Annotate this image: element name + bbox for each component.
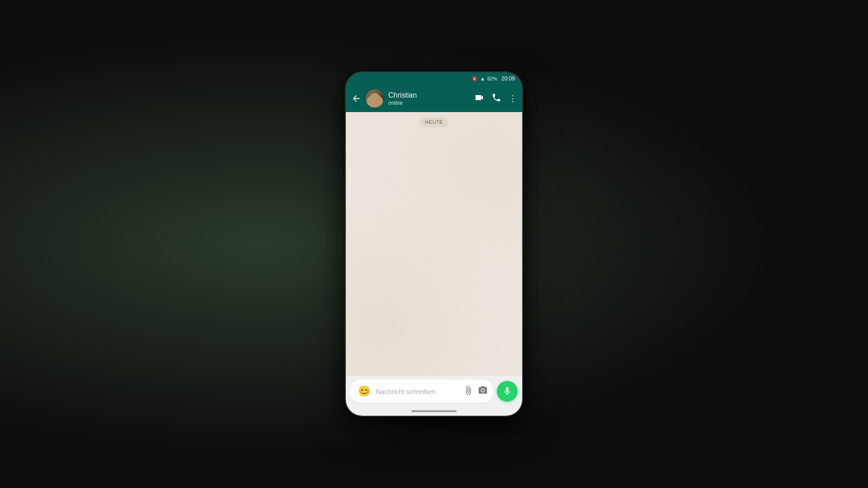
attach-button[interactable] (463, 385, 473, 398)
input-right-icons (463, 385, 488, 398)
input-bar[interactable]: 😊 Nachricht schreiben (346, 376, 522, 407)
avatar (366, 89, 384, 108)
contact-info: Christian online (388, 91, 470, 106)
emoji-button[interactable]: 😊 (356, 383, 372, 399)
video-call-button[interactable] (474, 93, 484, 105)
camera-button[interactable] (478, 385, 488, 398)
back-button[interactable] (351, 94, 361, 103)
status-bar-icons: 🔇 ▲ 62% 20:09 (472, 75, 515, 82)
contact-name: Christian (388, 91, 470, 99)
status-time: 20:09 (501, 75, 515, 82)
more-options-button[interactable]: ⋮ (509, 94, 517, 103)
home-indicator (411, 410, 457, 412)
phone-call-button[interactable] (491, 93, 501, 105)
mic-button[interactable] (497, 381, 518, 402)
battery-percent: 62% (487, 76, 497, 81)
phone-frame: 🔇 ▲ 62% 20:09 Christian online (346, 72, 522, 416)
phone-container: 🔇 ▲ 62% 20:09 Christian online (346, 72, 522, 416)
chat-body: HEUTE (346, 112, 522, 376)
mic-icon (502, 386, 512, 396)
svg-point-0 (481, 389, 484, 392)
header-actions: ⋮ (474, 93, 517, 105)
contact-status: online (388, 100, 470, 106)
message-placeholder: Nachricht schreiben (376, 388, 460, 395)
phone-bottom (346, 407, 522, 416)
message-input-wrap: 😊 Nachricht schreiben (350, 380, 493, 403)
date-badge: HEUTE (420, 117, 448, 127)
mute-icon: 🔇 (472, 76, 478, 82)
status-bar: 🔇 ▲ 62% 20:09 (346, 72, 522, 85)
chat-header: Christian online ⋮ (346, 85, 522, 112)
signal-icon: ▲ (480, 76, 485, 81)
